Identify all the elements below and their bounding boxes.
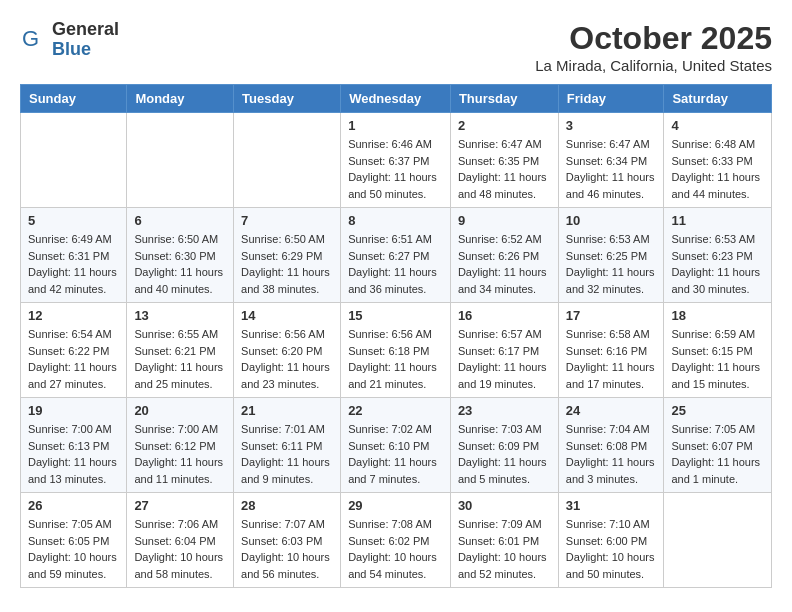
day-info: Sunrise: 6:48 AM Sunset: 6:33 PM Dayligh… xyxy=(671,136,764,202)
day-number: 27 xyxy=(134,498,226,513)
day-info: Sunrise: 7:02 AM Sunset: 6:10 PM Dayligh… xyxy=(348,421,443,487)
calendar-week-row: 5Sunrise: 6:49 AM Sunset: 6:31 PM Daylig… xyxy=(21,208,772,303)
day-number: 29 xyxy=(348,498,443,513)
calendar-day-cell: 23Sunrise: 7:03 AM Sunset: 6:09 PM Dayli… xyxy=(450,398,558,493)
day-info: Sunrise: 6:58 AM Sunset: 6:16 PM Dayligh… xyxy=(566,326,657,392)
calendar-day-cell: 10Sunrise: 6:53 AM Sunset: 6:25 PM Dayli… xyxy=(558,208,664,303)
weekday-header: Saturday xyxy=(664,85,772,113)
calendar-week-row: 1Sunrise: 6:46 AM Sunset: 6:37 PM Daylig… xyxy=(21,113,772,208)
day-info: Sunrise: 6:47 AM Sunset: 6:35 PM Dayligh… xyxy=(458,136,551,202)
calendar-day-cell: 31Sunrise: 7:10 AM Sunset: 6:00 PM Dayli… xyxy=(558,493,664,588)
calendar-day-cell: 14Sunrise: 6:56 AM Sunset: 6:20 PM Dayli… xyxy=(234,303,341,398)
day-number: 15 xyxy=(348,308,443,323)
day-number: 14 xyxy=(241,308,333,323)
day-number: 26 xyxy=(28,498,119,513)
calendar-day-cell: 28Sunrise: 7:07 AM Sunset: 6:03 PM Dayli… xyxy=(234,493,341,588)
day-number: 11 xyxy=(671,213,764,228)
calendar-day-cell: 5Sunrise: 6:49 AM Sunset: 6:31 PM Daylig… xyxy=(21,208,127,303)
weekday-header: Thursday xyxy=(450,85,558,113)
day-number: 17 xyxy=(566,308,657,323)
day-number: 4 xyxy=(671,118,764,133)
calendar-table: SundayMondayTuesdayWednesdayThursdayFrid… xyxy=(20,84,772,588)
calendar-empty-cell xyxy=(127,113,234,208)
day-info: Sunrise: 6:55 AM Sunset: 6:21 PM Dayligh… xyxy=(134,326,226,392)
calendar-day-cell: 19Sunrise: 7:00 AM Sunset: 6:13 PM Dayli… xyxy=(21,398,127,493)
calendar-day-cell: 3Sunrise: 6:47 AM Sunset: 6:34 PM Daylig… xyxy=(558,113,664,208)
day-number: 8 xyxy=(348,213,443,228)
day-number: 25 xyxy=(671,403,764,418)
day-number: 6 xyxy=(134,213,226,228)
calendar-empty-cell xyxy=(664,493,772,588)
day-info: Sunrise: 6:53 AM Sunset: 6:25 PM Dayligh… xyxy=(566,231,657,297)
calendar-day-cell: 8Sunrise: 6:51 AM Sunset: 6:27 PM Daylig… xyxy=(341,208,451,303)
calendar-day-cell: 21Sunrise: 7:01 AM Sunset: 6:11 PM Dayli… xyxy=(234,398,341,493)
calendar-day-cell: 17Sunrise: 6:58 AM Sunset: 6:16 PM Dayli… xyxy=(558,303,664,398)
location: La Mirada, California, United States xyxy=(535,57,772,74)
day-info: Sunrise: 6:46 AM Sunset: 6:37 PM Dayligh… xyxy=(348,136,443,202)
day-info: Sunrise: 6:50 AM Sunset: 6:29 PM Dayligh… xyxy=(241,231,333,297)
calendar-empty-cell xyxy=(21,113,127,208)
day-number: 2 xyxy=(458,118,551,133)
weekday-header: Monday xyxy=(127,85,234,113)
day-info: Sunrise: 7:06 AM Sunset: 6:04 PM Dayligh… xyxy=(134,516,226,582)
day-info: Sunrise: 6:47 AM Sunset: 6:34 PM Dayligh… xyxy=(566,136,657,202)
day-number: 30 xyxy=(458,498,551,513)
day-number: 3 xyxy=(566,118,657,133)
weekday-header: Sunday xyxy=(21,85,127,113)
day-info: Sunrise: 6:56 AM Sunset: 6:20 PM Dayligh… xyxy=(241,326,333,392)
day-number: 18 xyxy=(671,308,764,323)
day-info: Sunrise: 7:05 AM Sunset: 6:07 PM Dayligh… xyxy=(671,421,764,487)
calendar-day-cell: 27Sunrise: 7:06 AM Sunset: 6:04 PM Dayli… xyxy=(127,493,234,588)
day-number: 1 xyxy=(348,118,443,133)
day-info: Sunrise: 7:09 AM Sunset: 6:01 PM Dayligh… xyxy=(458,516,551,582)
calendar-day-cell: 6Sunrise: 6:50 AM Sunset: 6:30 PM Daylig… xyxy=(127,208,234,303)
calendar-day-cell: 13Sunrise: 6:55 AM Sunset: 6:21 PM Dayli… xyxy=(127,303,234,398)
weekday-header: Tuesday xyxy=(234,85,341,113)
day-info: Sunrise: 6:49 AM Sunset: 6:31 PM Dayligh… xyxy=(28,231,119,297)
day-info: Sunrise: 7:01 AM Sunset: 6:11 PM Dayligh… xyxy=(241,421,333,487)
day-info: Sunrise: 6:54 AM Sunset: 6:22 PM Dayligh… xyxy=(28,326,119,392)
day-info: Sunrise: 6:56 AM Sunset: 6:18 PM Dayligh… xyxy=(348,326,443,392)
day-info: Sunrise: 7:03 AM Sunset: 6:09 PM Dayligh… xyxy=(458,421,551,487)
weekday-header: Friday xyxy=(558,85,664,113)
day-info: Sunrise: 6:53 AM Sunset: 6:23 PM Dayligh… xyxy=(671,231,764,297)
day-number: 31 xyxy=(566,498,657,513)
day-info: Sunrise: 7:08 AM Sunset: 6:02 PM Dayligh… xyxy=(348,516,443,582)
calendar-day-cell: 2Sunrise: 6:47 AM Sunset: 6:35 PM Daylig… xyxy=(450,113,558,208)
day-info: Sunrise: 6:59 AM Sunset: 6:15 PM Dayligh… xyxy=(671,326,764,392)
calendar-day-cell: 15Sunrise: 6:56 AM Sunset: 6:18 PM Dayli… xyxy=(341,303,451,398)
svg-text:G: G xyxy=(22,26,39,51)
calendar-day-cell: 9Sunrise: 6:52 AM Sunset: 6:26 PM Daylig… xyxy=(450,208,558,303)
day-number: 23 xyxy=(458,403,551,418)
day-number: 9 xyxy=(458,213,551,228)
calendar-header-row: SundayMondayTuesdayWednesdayThursdayFrid… xyxy=(21,85,772,113)
day-number: 12 xyxy=(28,308,119,323)
day-number: 21 xyxy=(241,403,333,418)
weekday-header: Wednesday xyxy=(341,85,451,113)
calendar-day-cell: 1Sunrise: 6:46 AM Sunset: 6:37 PM Daylig… xyxy=(341,113,451,208)
calendar-day-cell: 12Sunrise: 6:54 AM Sunset: 6:22 PM Dayli… xyxy=(21,303,127,398)
day-info: Sunrise: 6:50 AM Sunset: 6:30 PM Dayligh… xyxy=(134,231,226,297)
calendar-day-cell: 29Sunrise: 7:08 AM Sunset: 6:02 PM Dayli… xyxy=(341,493,451,588)
day-number: 5 xyxy=(28,213,119,228)
day-number: 16 xyxy=(458,308,551,323)
day-number: 10 xyxy=(566,213,657,228)
calendar-day-cell: 24Sunrise: 7:04 AM Sunset: 6:08 PM Dayli… xyxy=(558,398,664,493)
calendar-day-cell: 18Sunrise: 6:59 AM Sunset: 6:15 PM Dayli… xyxy=(664,303,772,398)
logo: G General Blue xyxy=(20,20,119,60)
day-info: Sunrise: 7:10 AM Sunset: 6:00 PM Dayligh… xyxy=(566,516,657,582)
calendar-week-row: 26Sunrise: 7:05 AM Sunset: 6:05 PM Dayli… xyxy=(21,493,772,588)
day-number: 7 xyxy=(241,213,333,228)
day-number: 22 xyxy=(348,403,443,418)
day-info: Sunrise: 6:52 AM Sunset: 6:26 PM Dayligh… xyxy=(458,231,551,297)
day-info: Sunrise: 7:07 AM Sunset: 6:03 PM Dayligh… xyxy=(241,516,333,582)
title-block: October 2025 La Mirada, California, Unit… xyxy=(535,20,772,74)
day-number: 24 xyxy=(566,403,657,418)
day-info: Sunrise: 7:00 AM Sunset: 6:12 PM Dayligh… xyxy=(134,421,226,487)
calendar-day-cell: 30Sunrise: 7:09 AM Sunset: 6:01 PM Dayli… xyxy=(450,493,558,588)
day-info: Sunrise: 6:57 AM Sunset: 6:17 PM Dayligh… xyxy=(458,326,551,392)
calendar-day-cell: 20Sunrise: 7:00 AM Sunset: 6:12 PM Dayli… xyxy=(127,398,234,493)
calendar-empty-cell xyxy=(234,113,341,208)
day-number: 13 xyxy=(134,308,226,323)
day-info: Sunrise: 7:04 AM Sunset: 6:08 PM Dayligh… xyxy=(566,421,657,487)
